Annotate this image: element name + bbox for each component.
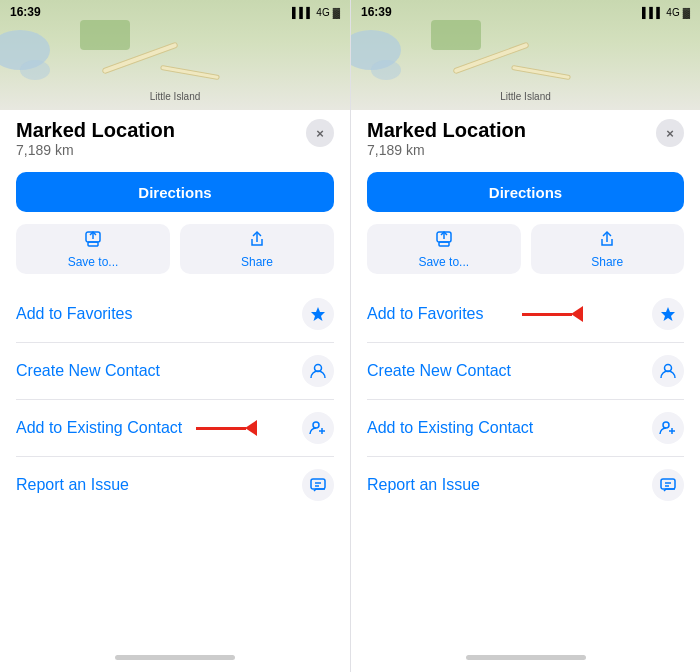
- list-item-report-right[interactable]: Report an Issue: [367, 457, 684, 513]
- existing-contact-text-right: Add to Existing Contact: [367, 419, 533, 437]
- close-button-right[interactable]: ×: [656, 119, 684, 147]
- status-bar-left: 16:39 ▌▌▌ 4G ▓: [0, 0, 350, 24]
- existing-contact-icon-right: [652, 412, 684, 444]
- save-to-button-left[interactable]: Save to...: [16, 224, 170, 274]
- battery-icon-left: ▓: [333, 7, 340, 18]
- share-icon-left: [248, 230, 266, 252]
- red-arrow-left: [196, 420, 257, 436]
- map-label-right: Little Island: [500, 91, 551, 102]
- share-button-left[interactable]: Share: [180, 224, 334, 274]
- list-item-new-contact-left[interactable]: Create New Contact: [16, 343, 334, 400]
- status-icons-right: ▌▌▌ 4G ▓: [642, 7, 690, 18]
- close-button-left[interactable]: ×: [306, 119, 334, 147]
- directions-button-left[interactable]: Directions: [16, 172, 334, 212]
- home-indicator-right: [466, 655, 586, 660]
- favorites-text-right: Add to Favorites: [367, 305, 484, 323]
- directions-button-right[interactable]: Directions: [367, 172, 684, 212]
- list-item-report-left[interactable]: Report an Issue: [16, 457, 334, 513]
- list-item-existing-contact-left[interactable]: Add to Existing Contact: [16, 400, 334, 457]
- directions-label-right: Directions: [489, 184, 562, 201]
- existing-contact-icon-left: [302, 412, 334, 444]
- svg-rect-21: [661, 479, 675, 489]
- sheet-title-left: Marked Location: [16, 119, 175, 142]
- list-item-favorites-left[interactable]: Add to Favorites: [16, 286, 334, 343]
- signal-icon-right: ▌▌▌: [642, 7, 663, 18]
- report-icon-right: [652, 469, 684, 501]
- list-item-existing-contact-right[interactable]: Add to Existing Contact: [367, 400, 684, 457]
- save-to-label-right: Save to...: [418, 255, 469, 269]
- bottom-sheet-left: Marked Location 7,189 km × Directions: [0, 94, 350, 672]
- bottom-sheet-right: Marked Location 7,189 km × Directions: [351, 94, 700, 672]
- svg-rect-14: [439, 242, 449, 246]
- status-icons-left: ▌▌▌ 4G ▓: [292, 7, 340, 18]
- new-contact-icon-left: [302, 355, 334, 387]
- sheet-title-right: Marked Location: [367, 119, 526, 142]
- existing-contact-text-left: Add to Existing Contact: [16, 419, 182, 437]
- share-icon-right: [598, 230, 616, 252]
- save-icon-left: [84, 230, 102, 252]
- favorites-icon-right: [652, 298, 684, 330]
- share-label-right: Share: [591, 255, 623, 269]
- action-row-left: Save to... Share: [16, 224, 334, 274]
- save-to-label-left: Save to...: [68, 255, 119, 269]
- report-icon-left: [302, 469, 334, 501]
- map-label-left: Little Island: [150, 91, 201, 102]
- signal-icon-left: ▌▌▌: [292, 7, 313, 18]
- share-label-left: Share: [241, 255, 273, 269]
- new-contact-icon-right: [652, 355, 684, 387]
- status-time-left: 16:39: [10, 5, 41, 19]
- phone-panel-left: 16:39 ▌▌▌ 4G ▓ Little Island Marked Loca…: [0, 0, 350, 672]
- report-text-right: Report an Issue: [367, 476, 480, 494]
- list-item-new-contact-right[interactable]: Create New Contact: [367, 343, 684, 400]
- favorites-text-left: Add to Favorites: [16, 305, 133, 323]
- title-row-left: Marked Location 7,189 km ×: [16, 119, 334, 170]
- svg-marker-16: [661, 307, 675, 321]
- new-contact-text-right: Create New Contact: [367, 362, 511, 380]
- map-background-right: 16:39 ▌▌▌ 4G ▓ Little Island: [351, 0, 700, 110]
- list-items-right: Add to Favorites Create New Contact: [367, 286, 684, 513]
- network-icon-left: 4G: [316, 7, 329, 18]
- sheet-inner-left: Marked Location 7,189 km × Directions: [0, 107, 350, 647]
- phone-panel-right: 16:39 ▌▌▌ 4G ▓ Little Island Marked Loca…: [350, 0, 700, 672]
- favorites-icon-left: [302, 298, 334, 330]
- battery-icon-right: ▓: [683, 7, 690, 18]
- svg-rect-2: [88, 242, 98, 246]
- home-indicator-left: [115, 655, 235, 660]
- status-bar-right: 16:39 ▌▌▌ 4G ▓: [351, 0, 700, 24]
- svg-point-6: [313, 422, 319, 428]
- list-items-left: Add to Favorites Create New Contact: [16, 286, 334, 513]
- map-background-left: 16:39 ▌▌▌ 4G ▓ Little Island: [0, 0, 350, 110]
- svg-point-18: [663, 422, 669, 428]
- share-button-right[interactable]: Share: [531, 224, 685, 274]
- title-block-left: Marked Location 7,189 km: [16, 119, 175, 170]
- title-row-right: Marked Location 7,189 km ×: [367, 119, 684, 170]
- new-contact-text-left: Create New Contact: [16, 362, 160, 380]
- report-text-left: Report an Issue: [16, 476, 129, 494]
- save-icon-right: [435, 230, 453, 252]
- title-block-right: Marked Location 7,189 km: [367, 119, 526, 170]
- status-time-right: 16:39: [361, 5, 392, 19]
- directions-label-left: Directions: [138, 184, 211, 201]
- sheet-subtitle-right: 7,189 km: [367, 142, 526, 158]
- sheet-subtitle-left: 7,189 km: [16, 142, 175, 158]
- svg-rect-9: [311, 479, 325, 489]
- sheet-inner-right: Marked Location 7,189 km × Directions: [351, 107, 700, 647]
- red-arrow-right: [522, 306, 583, 322]
- svg-marker-4: [311, 307, 325, 321]
- list-item-favorites-right[interactable]: Add to Favorites: [367, 286, 684, 343]
- action-row-right: Save to... Share: [367, 224, 684, 274]
- save-to-button-right[interactable]: Save to...: [367, 224, 521, 274]
- network-icon-right: 4G: [666, 7, 679, 18]
